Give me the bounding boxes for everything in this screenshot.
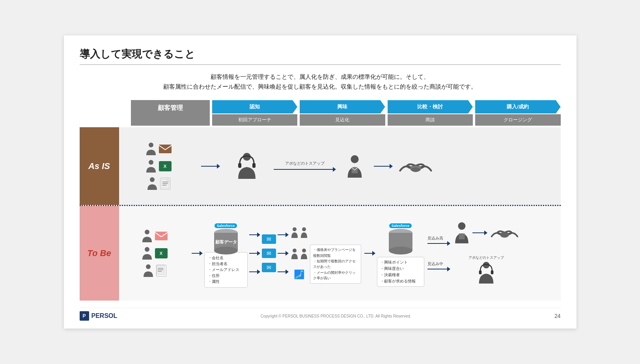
svg-point-13	[410, 165, 421, 172]
slide-title: 導入して実現できること	[80, 47, 561, 61]
svg-point-2	[149, 160, 153, 165]
score-arrows: 見込み高 見込み中	[427, 228, 450, 279]
stage-2-bottom: 見込化	[300, 114, 385, 126]
asis-label: As IS	[80, 127, 119, 205]
stage-4-top: 購入/成約	[475, 100, 561, 113]
subtitle-area: 顧客情報を一元管理することで、属人化を防ぎ、成果の標準化が可能に。そして、 顧客…	[80, 72, 561, 91]
tobe-sf-data-area: Salesforce ・興味ポイント ・興味度合い ・決裁権者 ・顧客が求める情…	[377, 219, 424, 287]
behavior-note-area: ・価格表やプランページを複数回閲覧 ・短期間で複数回のアクセスがあった ・メール…	[310, 245, 361, 287]
bizperson-svg	[346, 155, 364, 178]
email-to-person-arrows	[278, 226, 289, 281]
sfn-4: ・顧客が求める情報	[380, 278, 421, 284]
svg-rect-9	[238, 163, 241, 168]
tobe-email-stack: ✉ ✉ ✉	[262, 234, 276, 272]
tobe-arrow-to-sf	[192, 251, 203, 256]
svg-point-24	[214, 247, 238, 254]
doc-icon-1	[160, 178, 170, 189]
sf-cylinder: 顧客データ	[212, 229, 240, 251]
person-icon-2	[146, 159, 157, 173]
email-blue-3: ✉	[262, 263, 276, 272]
stage-4-bottom: クロージング	[475, 114, 561, 126]
asis-headset-person	[223, 152, 271, 180]
svg-point-35	[500, 232, 509, 238]
asis-tossup-arrow: アポなどのトスアップ	[274, 161, 336, 172]
person-group-1	[290, 227, 308, 238]
ep-arrow-3	[278, 269, 289, 274]
tobe-row: To Be	[80, 206, 561, 301]
tobe-sf-area: Salesforce 顧客データ ・会社名 ・担当者名	[204, 219, 248, 288]
svg-point-14	[145, 230, 149, 234]
tobe-email-icon	[155, 232, 168, 240]
subtitle-line1: 顧客情報を一元管理することで、属人化を防ぎ、成果の標準化が可能に。そして、	[80, 72, 561, 82]
asis-arrow-1	[201, 164, 220, 169]
beh-1: ・価格表やプランページを複数回閲覧	[313, 247, 358, 258]
svg-point-32	[389, 247, 412, 254]
tobe-label: To Be	[80, 206, 119, 301]
headset-tossup-area: アポなどのトスアップ	[453, 255, 519, 285]
note-item-5: ・属性	[208, 279, 244, 284]
tobe-customer-icons: X	[119, 225, 190, 282]
svg-point-33	[458, 222, 465, 230]
tobe-person-groups: 🗾	[290, 222, 308, 285]
svg-point-3	[150, 177, 155, 182]
tobe-person-2	[142, 246, 153, 260]
stage-3: 比較・検討 商談	[388, 100, 473, 126]
svg-rect-37	[479, 270, 482, 274]
score-mid-area: 見込み中	[427, 261, 450, 271]
sfn-1: ・興味ポイント	[380, 259, 421, 266]
sfn-2: ・興味度合い	[380, 266, 421, 272]
slide-container: 導入して実現できること 顧客情報を一元管理することで、属人化を防ぎ、成果の標準化…	[64, 35, 577, 329]
stage-2: 興味 見込化	[300, 100, 385, 126]
sf-data-cylinder	[387, 229, 414, 256]
footer-copyright: Copyright © PERSOL BUSINESS PROCESS DESI…	[261, 314, 411, 318]
score-mid-label: 見込み中	[427, 261, 443, 267]
stage-3-bottom: 商談	[388, 114, 473, 126]
stage-1-bottom: 初回アプローチ	[212, 114, 298, 126]
score-high-area: 見込み高	[427, 236, 450, 246]
pg1-p2	[300, 227, 308, 238]
sfn-3: ・決裁権者	[380, 272, 421, 278]
tobe-person-3	[143, 264, 154, 278]
biz-person-high	[453, 222, 519, 243]
person-group-2	[290, 248, 308, 259]
tobe-handshake	[490, 223, 519, 243]
email-blue-1: ✉	[262, 234, 276, 244]
header-stages: 認知 初回アプローチ 興味 見込化 比較・検討 商談 購入/成約 クロージング	[210, 100, 561, 126]
tobe-person-excel: X	[142, 246, 168, 260]
pg2-p1	[290, 248, 299, 259]
behavior-note: ・価格表やプランページを複数回閲覧 ・短期間で複数回のアクセスがあった ・メール…	[310, 245, 361, 283]
headset-svg	[235, 152, 259, 180]
pg2-p2	[300, 248, 308, 259]
persol-name: PERSOL	[91, 312, 118, 319]
diagram: 顧客管理 認知 初回アプローチ 興味 見込化 比較・検討 商談 購入/成約 クロ…	[80, 100, 561, 301]
tobe-arrow-to-sfdata	[364, 251, 375, 256]
stage-1-top: 認知	[212, 100, 298, 113]
asis-person-doc	[147, 176, 170, 191]
stage-3-top: 比較・検討	[388, 100, 473, 113]
note-item-1: ・会社名	[208, 255, 244, 261]
person-icon-1	[146, 142, 157, 156]
tobe-person-1	[142, 229, 153, 243]
score-high-label: 見込み高	[427, 236, 443, 241]
tobe-bizperson-high	[453, 222, 470, 243]
svg-rect-34	[459, 234, 465, 240]
stage-2-top: 興味	[300, 100, 385, 113]
header-row: 顧客管理 認知 初回アプローチ 興味 見込化 比較・検討 商談 購入/成約 クロ…	[131, 100, 561, 126]
excel-icon-1: X	[159, 161, 172, 171]
title-divider	[80, 64, 561, 65]
sf-arrow-mid	[249, 251, 260, 256]
asis-arrow-2	[374, 164, 393, 169]
svg-rect-10	[252, 163, 256, 168]
person-icon-3	[147, 176, 158, 191]
svg-rect-1	[159, 145, 172, 153]
svg-point-0	[149, 143, 153, 147]
high-arrow	[472, 230, 487, 235]
sf-to-email-arrows	[249, 226, 260, 281]
svg-point-28	[293, 249, 297, 253]
sf-arrow-top	[249, 232, 260, 237]
asis-handshake	[396, 155, 435, 178]
tobe-person-email	[142, 229, 168, 243]
svg-rect-38	[491, 270, 494, 274]
beh-3: ・メールの開封率やクリック率が高い	[313, 270, 358, 281]
subtitle-line2: 顧客属性に合わせたメール配信で、興味喚起を促し顧客を見込化。収集した情報をもとに…	[80, 82, 561, 92]
